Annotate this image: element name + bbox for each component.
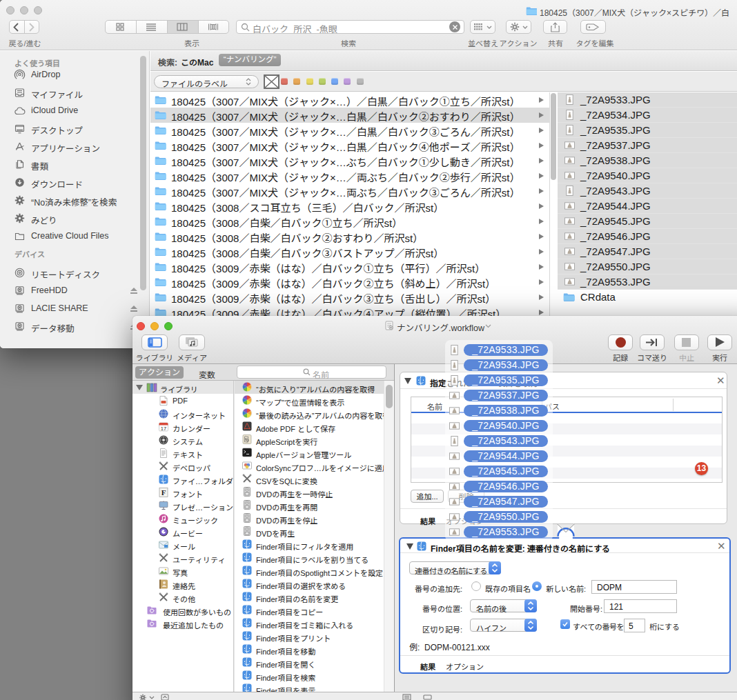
svg-text:17: 17 (161, 426, 166, 432)
svg-text:F: F (161, 488, 166, 497)
